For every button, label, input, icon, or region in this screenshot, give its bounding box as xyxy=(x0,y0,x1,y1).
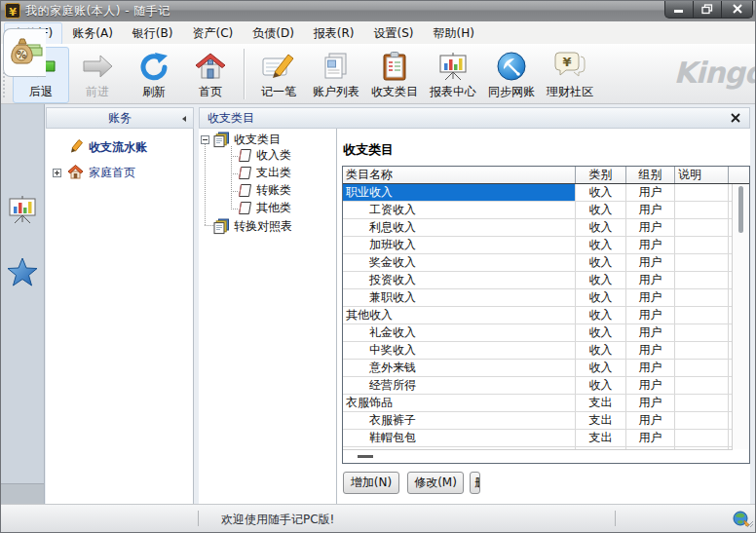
cell-name: 兼职收入 xyxy=(343,289,576,306)
table-row[interactable]: 经营所得收入用户 xyxy=(343,377,749,395)
table-row[interactable]: 投资收入收入用户 xyxy=(343,272,749,289)
toolbar-buttons: 后退前进刷新首页记一笔账户列表收支类目报表中心同步网账¥理财社区 xyxy=(2,47,599,103)
cell-group: 用户 xyxy=(626,377,675,394)
table-header: 类目名称 类别 组别 说明 xyxy=(343,167,749,184)
table-row[interactable]: 加班收入收入用户 xyxy=(343,237,749,254)
tree-item-label: 其他类 xyxy=(256,200,291,216)
column-header-name[interactable]: 类目名称 xyxy=(343,167,576,183)
cell-type: 收入 xyxy=(576,289,626,306)
tree-item-mapping-table[interactable]: 转换对照表 xyxy=(213,218,292,235)
toolbar-button[interactable]: 前进 xyxy=(69,47,126,103)
column-header-type[interactable]: 类别 xyxy=(576,167,626,183)
cell-desc xyxy=(675,360,729,376)
tree-item[interactable]: 转账类 xyxy=(238,182,291,199)
menu-item[interactable]: 设置(S) xyxy=(364,22,424,45)
table-row[interactable]: 其他收入收入用户 xyxy=(343,307,749,324)
folder-card-icon xyxy=(238,166,252,180)
menu-item[interactable]: 账务(A) xyxy=(62,22,123,45)
category-panel-title: 收支类目 xyxy=(208,110,254,127)
satellite-icon xyxy=(496,50,527,83)
table-row[interactable]: 鞋帽包包支出用户 xyxy=(343,430,749,447)
forward-icon xyxy=(81,50,114,83)
cell-type: 收入 xyxy=(576,360,626,376)
table-row[interactable]: 衣服裤子支出用户 xyxy=(343,412,749,430)
sidebar-item-family-home[interactable]: 家庭首页 xyxy=(53,164,135,182)
column-header-desc[interactable]: 说明 xyxy=(675,167,729,183)
cell-group: 用户 xyxy=(626,219,675,236)
statusbar-separator xyxy=(615,511,616,526)
toolbar-button-label: 刷新 xyxy=(142,84,166,100)
panel-close-icon[interactable] xyxy=(730,112,741,124)
svg-text:¥: ¥ xyxy=(9,6,17,19)
toolbar-button-label: 后退 xyxy=(29,84,53,100)
svg-text:¥: ¥ xyxy=(562,55,571,69)
table-row[interactable]: 兼职收入收入用户 xyxy=(343,289,749,307)
sidebar-item-cashflow[interactable]: 收支流水账 xyxy=(68,138,147,157)
add-button[interactable]: 增加(N) xyxy=(343,472,399,494)
accounts-panel xyxy=(46,129,194,504)
tree-item[interactable]: 支出类 xyxy=(238,165,291,181)
folder-card-icon xyxy=(238,201,252,215)
menu-item[interactable]: 报表(R) xyxy=(304,22,364,45)
star-icon xyxy=(7,256,38,290)
window-title: 我的家庭账(本人) - 随手记 xyxy=(25,3,170,19)
table-row[interactable]: 中奖收入收入用户 xyxy=(343,342,749,360)
main-title: 收支类目 xyxy=(343,141,394,159)
cell-desc xyxy=(675,307,729,324)
toolbar-button[interactable]: 账户列表 xyxy=(307,47,365,103)
horizontal-scrollbar[interactable] xyxy=(343,449,733,463)
table-body: 职业收入收入用户工资收入收入用户利息收入收入用户加班收入收入用户奖金收入收入用户… xyxy=(343,184,749,449)
toolbar-button[interactable]: 记一笔 xyxy=(250,47,307,103)
table-row[interactable]: 奖金收入收入用户 xyxy=(343,254,749,272)
modify-button[interactable]: 修改(M) xyxy=(407,472,464,494)
menu-item[interactable]: 资产(C) xyxy=(182,22,243,45)
toolbar-button[interactable]: ¥理财社区 xyxy=(541,47,599,103)
table-row[interactable]: 礼金收入收入用户 xyxy=(343,324,749,342)
horizontal-scrollbar-thumb[interactable] xyxy=(358,455,373,458)
tree-item[interactable]: 其他类 xyxy=(238,200,291,216)
menu-item[interactable]: 负债(D) xyxy=(243,22,304,45)
rail-tab-accounts[interactable]: % xyxy=(3,28,46,77)
rail-tab-reports[interactable] xyxy=(6,195,39,227)
cell-desc xyxy=(675,237,729,253)
tree-item-label: 转换对照表 xyxy=(234,218,292,235)
vertical-scrollbar[interactable] xyxy=(732,184,749,449)
collapse-minus-icon[interactable] xyxy=(201,135,209,144)
table-row[interactable]: 意外来钱收入用户 xyxy=(343,360,749,377)
tree-connector xyxy=(231,173,238,174)
minimize-button[interactable] xyxy=(664,0,694,19)
toolbar-button-label: 首页 xyxy=(199,84,222,100)
menu-item[interactable]: 银行(B) xyxy=(123,22,183,45)
collapse-left-icon[interactable] xyxy=(180,115,188,123)
expand-plus-icon[interactable] xyxy=(53,169,61,177)
restore-button[interactable] xyxy=(693,0,722,19)
table-row[interactable]: 利息收入收入用户 xyxy=(343,219,749,237)
column-header-group[interactable]: 组别 xyxy=(626,167,675,183)
statusbar: 欢迎使用随手记PC版! xyxy=(0,504,756,533)
table-row[interactable]: 衣服饰品支出用户 xyxy=(343,395,749,412)
clipped-button[interactable]: 删 xyxy=(470,472,480,494)
menu-item[interactable]: 帮助(H) xyxy=(424,22,484,45)
tree-connector xyxy=(231,209,238,209)
tree-item[interactable]: 收入类 xyxy=(238,147,291,164)
vertical-scrollbar-thumb[interactable] xyxy=(738,186,743,233)
toolbar-button[interactable]: 报表中心 xyxy=(424,47,482,103)
toolbar-button[interactable]: 首页 xyxy=(182,47,239,103)
cell-type: 收入 xyxy=(576,202,626,218)
left-rail xyxy=(0,104,45,504)
tree-connector xyxy=(231,156,238,157)
tree-item-root[interactable]: 收支类目 xyxy=(201,132,281,148)
resize-grip[interactable] xyxy=(743,517,755,532)
cell-desc xyxy=(675,219,729,236)
close-button[interactable] xyxy=(721,0,753,19)
cell-desc xyxy=(675,430,729,446)
toolbar-button[interactable]: 收支类目 xyxy=(365,47,424,103)
table-row[interactable]: 职业收入收入用户 xyxy=(343,184,749,202)
table-row[interactable]: 工资收入收入用户 xyxy=(343,202,749,219)
cell-type: 收入 xyxy=(576,307,626,324)
toolbar-button[interactable]: 同步网账 xyxy=(482,47,541,103)
cell-name: 奖金收入 xyxy=(343,254,576,271)
cell-type: 收入 xyxy=(576,272,626,288)
toolbar-button[interactable]: 刷新 xyxy=(126,47,182,103)
rail-tab-favorites[interactable] xyxy=(6,256,39,290)
